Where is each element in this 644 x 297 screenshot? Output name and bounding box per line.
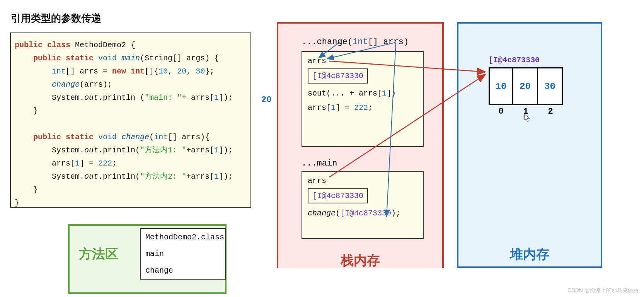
heap-cell-1: 20 — [513, 67, 538, 105]
main-arrs-hash: [I@4c873330 — [312, 191, 363, 200]
diagram-title: 引用类型的参数传递 — [11, 12, 101, 25]
method-area-box: MethodDemo2.class main change — [140, 228, 226, 280]
output-20: 20 — [261, 95, 271, 105]
heap-array-hash: [I@4c873330 — [489, 56, 540, 65]
main-frame: arrs [I@4c873330 change([I@4c873330); — [302, 171, 424, 239]
method-change: change — [141, 262, 225, 279]
method-area: 方法区 MethodDemo2.class main change — [68, 224, 227, 294]
cursor-icon — [524, 114, 531, 122]
method-main: main — [141, 246, 225, 262]
heap-label: 堆内存 — [458, 246, 601, 263]
change-frame-header: ...change(int[] arrs) — [302, 37, 409, 47]
heap-array: 10 20 30 — [489, 67, 563, 105]
stack-label: 栈内存 — [278, 252, 442, 270]
change-arrs-hash: [I@4c873330 — [312, 72, 363, 80]
watermark: CSDN @海滩上的那乌克丽丽 — [567, 287, 639, 294]
class-file: MethodDemo2.class — [141, 229, 225, 246]
heap-cell-2: 30 — [538, 67, 563, 105]
main-arrs: arrs — [308, 176, 326, 185]
method-area-label: 方法区 — [79, 245, 118, 263]
change-arrs: arrs — [308, 56, 326, 65]
main-frame-header: ...main — [302, 159, 337, 168]
change-frame: arrs [I@4c873330 sout(... + arrs[1]) arr… — [302, 51, 424, 147]
heap-cell-0: 10 — [489, 67, 513, 105]
code-box: public class MethodDemo2 { public static… — [10, 32, 251, 208]
